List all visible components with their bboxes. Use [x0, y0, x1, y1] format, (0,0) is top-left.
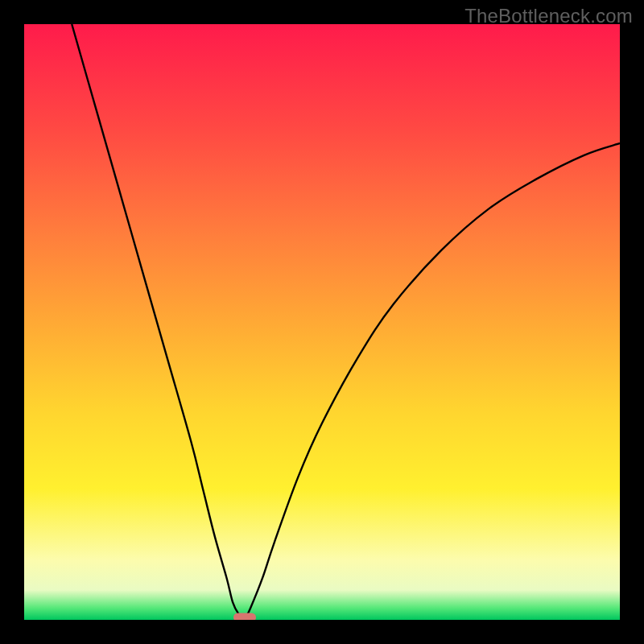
- curve-layer: [24, 24, 620, 620]
- chart-frame: TheBottleneck.com: [0, 0, 644, 644]
- valley-marker: [233, 613, 256, 621]
- left-curve: [72, 24, 245, 620]
- plot-area: [24, 24, 620, 620]
- right-curve: [245, 143, 620, 620]
- watermark-text: TheBottleneck.com: [464, 5, 633, 27]
